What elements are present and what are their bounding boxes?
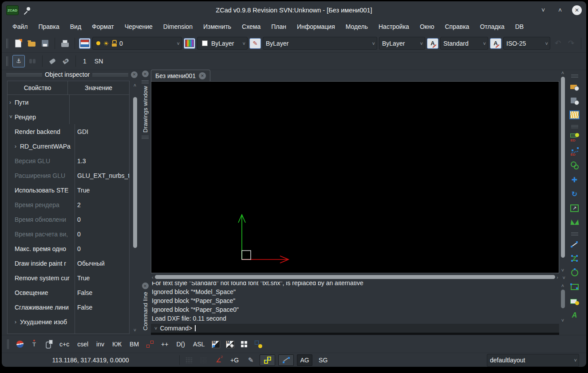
menu-item-Формат[interactable]: Формат — [87, 21, 119, 32]
inspector-row[interactable]: Время расчета ви,0 — [8, 227, 129, 241]
menu-item-Модель[interactable]: Модель — [340, 21, 373, 32]
menu-item-Информация[interactable]: Информация — [292, 21, 340, 32]
inspector-scrollbar[interactable]: ˄ ˅ — [132, 82, 138, 333]
column-header-property[interactable]: Свойство — [8, 81, 68, 94]
open-file-button[interactable] — [26, 38, 37, 49]
menu-item-Схема[interactable]: Схема — [237, 21, 266, 32]
menu-item-DB[interactable]: DB — [510, 21, 529, 32]
inspector-row[interactable]: ›Пути — [8, 95, 129, 110]
property-value[interactable]: True — [75, 271, 129, 285]
rectangle-button[interactable] — [568, 280, 581, 294]
menu-item-План[interactable]: План — [266, 21, 292, 32]
material-check-button[interactable] — [210, 338, 221, 350]
minimize-button[interactable]: ˅ — [538, 5, 548, 15]
toolbar-grip[interactable] — [571, 125, 578, 128]
button-++[interactable]: ++ — [158, 339, 171, 349]
inspector-row[interactable]: Деградация при пFalse — [8, 329, 129, 334]
inspector-row[interactable]: ˅Рендер — [8, 110, 129, 124]
tag-button[interactable] — [47, 55, 58, 67]
grid-snap-button[interactable] — [183, 354, 195, 366]
button-ВМ[interactable]: ВМ — [127, 339, 142, 349]
draft-check-button[interactable] — [585, 38, 586, 49]
drawing-canvas[interactable] — [151, 81, 559, 273]
toggle-SG[interactable]: SG — [316, 355, 331, 365]
linetype-edit-button[interactable] — [249, 38, 261, 49]
inspector-row[interactable]: Расширения GLUGLU_EXT_nurbs_tessel — [8, 168, 129, 183]
inspector-row[interactable]: ОсвещениеFalse — [8, 285, 129, 300]
copy-button[interactable] — [568, 159, 581, 172]
panel-drag-handle[interactable] — [6, 73, 42, 76]
property-value[interactable] — [75, 314, 129, 329]
button-SN[interactable]: SN — [91, 56, 106, 66]
scrollbar-thumb[interactable] — [133, 97, 137, 248]
inspector-row[interactable]: Время обновлени0 — [8, 212, 129, 227]
layers-button[interactable] — [79, 38, 91, 49]
property-value[interactable]: GLU_EXT_nurbs_tessel — [75, 168, 129, 183]
panel-drag-handle[interactable] — [142, 80, 149, 83]
point-insert-button[interactable] — [253, 338, 264, 350]
chevron-down-icon[interactable]: ˅ — [154, 326, 157, 331]
scroll-right-icon[interactable]: › — [556, 274, 558, 280]
toolbar-grip[interactable] — [6, 56, 9, 66]
expand-arrow-icon[interactable]: › — [15, 143, 20, 149]
expand-arrow-icon[interactable]: › — [15, 319, 20, 325]
menu-item-Настройка[interactable]: Настройка — [373, 21, 414, 32]
inspector-row[interactable]: Версия GLU1.3 — [8, 153, 129, 168]
polyline-button[interactable] — [568, 252, 581, 265]
print-button[interactable] — [59, 38, 71, 49]
layer-select[interactable]: 0˅ — [92, 37, 182, 50]
horizontal-scrollbar[interactable]: ‹ › — [151, 273, 559, 281]
property-value[interactable]: 2 — [75, 197, 129, 212]
undo-button[interactable] — [552, 38, 564, 49]
inspector-row[interactable]: Remove system curTrue — [8, 271, 129, 285]
tile-pattern-button[interactable] — [238, 338, 250, 350]
button-AG[interactable]: AG — [297, 354, 312, 366]
close-icon[interactable]: ✕ — [131, 71, 138, 78]
node-edit-button[interactable] — [144, 338, 156, 350]
binoculars-button[interactable] — [27, 55, 38, 67]
rotate-button[interactable] — [568, 187, 581, 200]
mirror-button[interactable] — [568, 216, 581, 229]
open-recent-button[interactable] — [568, 80, 581, 93]
drawing-tab[interactable]: Без имени001 ✕ — [151, 70, 210, 81]
button-КЖ[interactable]: КЖ — [110, 339, 124, 349]
edit-block-button[interactable] — [568, 130, 581, 144]
inspector-row[interactable]: Render backendGDI — [8, 124, 129, 139]
scroll-left-icon[interactable]: ‹ — [152, 274, 154, 280]
angle-snap-button[interactable] — [213, 354, 224, 366]
button-c+c[interactable]: c+c — [57, 339, 72, 349]
inspector-row[interactable]: Макс. время одно0 — [8, 241, 129, 256]
expand-arrow-icon[interactable]: › — [9, 99, 15, 106]
text-button[interactable] — [568, 309, 581, 322]
panel-drag-handle[interactable] — [142, 135, 149, 139]
block-button[interactable] — [568, 294, 581, 308]
scrollbar-thumb[interactable] — [155, 275, 556, 279]
panel-drag-handle[interactable] — [92, 73, 128, 76]
menu-item-Файл[interactable]: Файл — [7, 21, 33, 32]
pin-marker-button[interactable] — [28, 338, 40, 350]
menu-item-Правка[interactable]: Правка — [33, 21, 64, 32]
property-value[interactable]: 1.3 — [75, 153, 129, 168]
menu-item-Изменить[interactable]: Изменить — [198, 21, 237, 32]
pin-icon[interactable] — [23, 6, 31, 14]
toolbar-grip[interactable] — [571, 232, 578, 236]
textstyle-select[interactable]: Standard˅ — [440, 37, 488, 50]
lineweight-select[interactable]: ByLayer˅ — [379, 37, 425, 50]
menu-item-Черчение[interactable]: Черчение — [119, 21, 158, 32]
inspector-row[interactable]: Использовать STETrue — [8, 183, 129, 197]
toolbar-grip[interactable] — [571, 74, 578, 78]
menu-item-Окно[interactable]: Окно — [414, 21, 440, 32]
line-button[interactable] — [568, 238, 581, 251]
color-select[interactable]: ByLayer˅ — [197, 37, 248, 50]
close-icon[interactable]: ✕ — [142, 71, 149, 77]
toolbar-grip[interactable] — [7, 339, 10, 349]
property-value[interactable]: 0 — [75, 227, 129, 241]
inspector-row[interactable]: ›RD_CurrentWAPa — [8, 139, 129, 153]
anchor-button[interactable] — [12, 55, 25, 67]
linetype-select[interactable]: ByLayer˅ — [263, 37, 377, 50]
move-button[interactable] — [568, 173, 581, 186]
new-file-button[interactable] — [12, 38, 24, 49]
polar-track-button[interactable] — [260, 354, 275, 366]
circle-button[interactable] — [568, 266, 581, 279]
object-snap-button[interactable] — [278, 354, 294, 366]
